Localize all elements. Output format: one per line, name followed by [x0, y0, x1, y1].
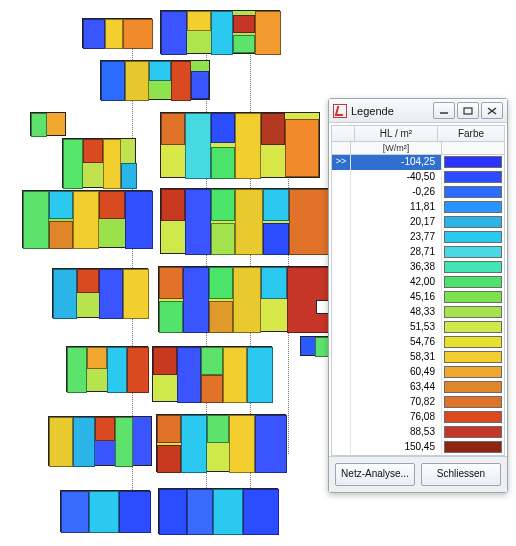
maximize-button[interactable] — [457, 102, 479, 119]
legend-row[interactable]: 70,82 — [332, 395, 504, 410]
legend-row-value: 42,00 — [351, 275, 442, 290]
legend-swatch — [444, 201, 502, 213]
legend-row[interactable]: 60,49 — [332, 365, 504, 380]
legend-unit-row: [W/m²] — [331, 142, 505, 155]
legend-row-marker — [332, 245, 351, 260]
legend-swatch — [444, 321, 502, 333]
floor-zone — [160, 188, 328, 254]
legend-row-value: 48,33 — [351, 305, 442, 320]
netz-analyse-button[interactable]: Netz-Analyse... — [335, 463, 415, 486]
legend-header-row: HL / m² Farbe — [331, 125, 505, 142]
legend-column-color[interactable]: Farbe — [438, 126, 504, 141]
legend-row-marker — [332, 365, 351, 380]
floor-zone — [160, 112, 320, 178]
app-icon — [333, 104, 347, 118]
legend-row-value: -0,26 — [351, 185, 442, 200]
legend-row-marker — [332, 380, 351, 395]
legend-row-value: 70,82 — [351, 395, 442, 410]
floor-zone — [66, 346, 148, 392]
legend-row-value: 20,17 — [351, 215, 442, 230]
legend-row[interactable]: 58,31 — [332, 350, 504, 365]
legend-row[interactable]: >>-104,25 — [332, 155, 504, 170]
legend-row-marker — [332, 185, 351, 200]
legend-row-marker — [332, 320, 351, 335]
floor-zone — [156, 414, 286, 472]
legend-row-marker — [332, 275, 351, 290]
legend-titlebar[interactable]: Legende — [329, 99, 507, 123]
legend-swatch — [444, 231, 502, 243]
legend-swatch — [444, 441, 502, 453]
floor-zone — [30, 112, 66, 136]
legend-row-marker — [332, 410, 351, 425]
floor-zone — [300, 336, 328, 356]
svg-rect-1 — [464, 108, 472, 114]
legend-row[interactable]: 88,53 — [332, 425, 504, 440]
legend-row[interactable]: 28,71 — [332, 245, 504, 260]
legend-window[interactable]: Legende HL / m² Farbe [W/m²] >>-104,25-4… — [328, 98, 508, 493]
legend-row-value: 58,31 — [351, 350, 442, 365]
legend-row-marker — [332, 425, 351, 440]
schliessen-button[interactable]: Schliessen — [421, 463, 501, 486]
legend-row[interactable]: 51,53 — [332, 320, 504, 335]
legend-swatch — [444, 426, 502, 438]
legend-swatch — [444, 246, 502, 258]
legend-row-value: 150,45 — [351, 440, 442, 455]
legend-swatch — [444, 186, 502, 198]
legend-row-value: 88,53 — [351, 425, 442, 440]
legend-row[interactable]: 36,38 — [332, 260, 504, 275]
legend-swatch — [444, 276, 502, 288]
legend-row-marker — [332, 290, 351, 305]
legend-swatch — [444, 381, 502, 393]
legend-swatch — [444, 366, 502, 378]
legend-row[interactable]: 45,16 — [332, 290, 504, 305]
legend-row[interactable]: 54,76 — [332, 335, 504, 350]
legend-row-value: 63,44 — [351, 380, 442, 395]
legend-row-value: 23,77 — [351, 230, 442, 245]
legend-unit: [W/m²] — [351, 142, 441, 154]
floor-zone — [60, 490, 150, 532]
legend-row-value: 28,71 — [351, 245, 442, 260]
legend-row[interactable]: 63,44 — [332, 380, 504, 395]
legend-row-marker — [332, 230, 351, 245]
legend-button-bar: Netz-Analyse... Schliessen — [329, 456, 507, 492]
legend-row[interactable]: 76,08 — [332, 410, 504, 425]
legend-row[interactable]: 23,77 — [332, 230, 504, 245]
legend-row-marker — [332, 440, 351, 455]
legend-row[interactable]: 42,00 — [332, 275, 504, 290]
legend-swatch — [444, 171, 502, 183]
floor-zone — [48, 416, 152, 466]
legend-row[interactable]: 150,45 — [332, 440, 504, 455]
legend-grid[interactable]: HL / m² Farbe [W/m²] >>-104,25-40,50-0,2… — [329, 123, 507, 456]
legend-swatch — [444, 351, 502, 363]
legend-swatch — [444, 261, 502, 273]
legend-row[interactable]: 48,33 — [332, 305, 504, 320]
legend-row-marker — [332, 215, 351, 230]
legend-row-value: 54,76 — [351, 335, 442, 350]
legend-row-marker: >> — [332, 155, 351, 170]
legend-row-value: -104,25 — [351, 155, 442, 170]
legend-column-value[interactable]: HL / m² — [355, 126, 438, 141]
floor-zone — [22, 190, 152, 248]
floor-zone — [158, 488, 278, 534]
floor-zone — [62, 138, 136, 188]
close-button[interactable] — [481, 102, 503, 119]
legend-row-value: 11,81 — [351, 200, 442, 215]
legend-title: Legende — [351, 105, 429, 117]
legend-row[interactable]: 11,81 — [332, 200, 504, 215]
legend-swatch — [444, 156, 502, 168]
floor-zone — [52, 268, 148, 318]
legend-swatch — [444, 396, 502, 408]
legend-row[interactable]: 20,17 — [332, 215, 504, 230]
floor-zone — [160, 10, 280, 54]
viewport: Legende HL / m² Farbe [W/m²] >>-104,25-4… — [0, 0, 516, 546]
legend-row-value: -40,50 — [351, 170, 442, 185]
legend-row-value: 45,16 — [351, 290, 442, 305]
legend-row-value: 76,08 — [351, 410, 442, 425]
floor-zone — [82, 18, 152, 48]
legend-row[interactable]: -40,50 — [332, 170, 504, 185]
legend-row-value: 60,49 — [351, 365, 442, 380]
legend-swatch — [444, 306, 502, 318]
minimize-button[interactable] — [433, 102, 455, 119]
legend-row[interactable]: -0,26 — [332, 185, 504, 200]
legend-row-marker — [332, 335, 351, 350]
